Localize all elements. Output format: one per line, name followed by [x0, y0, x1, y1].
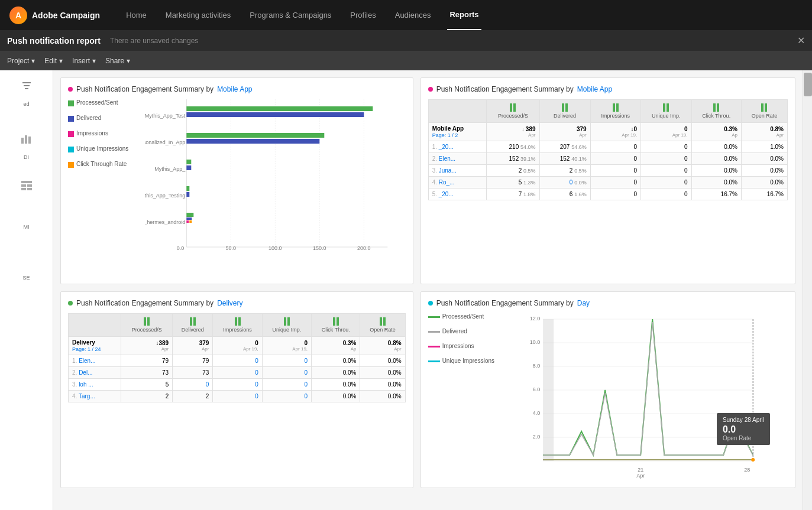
col-impressions: Impressions — [590, 100, 640, 123]
day-legend-impressions: Impressions — [428, 343, 505, 349]
svg-rect-3 — [21, 138, 24, 144]
delivery-page-nav[interactable]: Page: 1 / 24 — [72, 346, 101, 352]
panel1-title: Push Notification Engagement Summary by … — [68, 85, 406, 93]
legend-unique-imp: Unique Impressions — [68, 145, 140, 152]
nav-reports[interactable]: Reports — [447, 0, 481, 30]
svg-rect-35 — [186, 213, 193, 217]
close-button[interactable]: ✕ — [797, 35, 805, 46]
tooltip-value: 0.0 — [723, 424, 764, 435]
legend-color-processed — [68, 100, 74, 106]
tooltip-date: Sunday 28 April — [723, 417, 764, 423]
svg-text:Ro_Mythis_App_Testing: Ro_Mythis_App_Testing — [145, 193, 185, 199]
svg-text:4.0: 4.0 — [532, 410, 540, 416]
logo[interactable]: A Adobe Campaign — [9, 7, 100, 24]
svg-rect-27 — [186, 139, 319, 144]
svg-rect-1 — [24, 85, 30, 86]
svg-rect-8 — [27, 184, 32, 187]
svg-rect-23 — [186, 106, 373, 111]
toolbar-project[interactable]: Project ▾ — [7, 57, 35, 65]
total-delivered: 379 Apr — [539, 123, 590, 141]
svg-rect-36 — [186, 217, 192, 220]
col-unique: Unique Imp. — [641, 100, 691, 123]
svg-text:Apr: Apr — [636, 473, 645, 479]
svg-rect-10 — [27, 188, 32, 190]
svg-rect-7 — [21, 184, 26, 187]
svg-text:100.0: 100.0 — [268, 245, 282, 251]
mobile-app-table-body: 1. _20... 210 54.0% 207 54.6% 0 0 0.0% 1… — [428, 141, 787, 200]
svg-text:Mythis_App_: Mythis_App_ — [154, 166, 186, 172]
sub-header: Push notification report There are unsav… — [0, 30, 812, 51]
nav-audiences[interactable]: Audiences — [393, 0, 434, 30]
panel-delivery-table: Push Notification Engagement Summary by … — [60, 291, 413, 488]
mobile-app-table: Processed/S Delivered — [428, 99, 788, 200]
svg-rect-52 — [543, 319, 554, 461]
svg-text:28: 28 — [744, 467, 750, 473]
panel4-title: Push Notification Engagement Summary by … — [428, 299, 788, 307]
svg-rect-0 — [22, 82, 31, 83]
delivery-table: Processed/S Delivered — [68, 313, 406, 402]
line-chart-svg: 12.0 10.0 8.0 6.0 4.0 2.0 — [505, 313, 788, 479]
col-open: Open Rate — [741, 100, 787, 123]
svg-rect-24 — [186, 112, 364, 117]
day-legend-unique: Unique Impressions — [428, 358, 505, 364]
sidebar-chart-icon[interactable] — [16, 128, 37, 150]
sidebar-table-icon[interactable] — [16, 176, 37, 197]
col-processed: Processed/S — [487, 100, 539, 123]
toolbar-insert[interactable]: Insert ▾ — [72, 57, 96, 65]
nav-home[interactable]: Home — [124, 0, 149, 30]
svg-text:2.0: 2.0 — [532, 434, 540, 440]
svg-rect-37 — [186, 220, 189, 223]
bar-chart-area: 0.0 50.0 100.0 150.0 200.0 Mythis_App_Te… — [145, 99, 406, 277]
panel3-title: Push Notification Engagement Summary by … — [68, 299, 406, 307]
page-title: Push notification report — [7, 36, 101, 46]
total-impressions: ↓0 Apr 19, — [590, 123, 640, 141]
panels-row-1: Push Notification Engagement Summary by … — [60, 77, 795, 284]
table-row: 2. Elen... 152 39.1% 152 40.1% 0 0 0.0% … — [428, 153, 787, 165]
delivery-totals-row: Delivery Page: 1 / 24 ↓389 Apr 379 Apr — [69, 337, 406, 355]
svg-rect-32 — [186, 186, 189, 191]
nav-marketing[interactable]: Marketing activities — [163, 0, 234, 30]
sidebar-filter-label: ed — [23, 101, 29, 107]
col-mobile-app — [428, 100, 487, 123]
col-delivered: Delivered — [539, 100, 590, 123]
day-legend-delivered: Delivered — [428, 328, 505, 334]
line-chart-container: 12.0 10.0 8.0 6.0 4.0 2.0 — [505, 313, 788, 480]
svg-point-57 — [751, 458, 755, 462]
nav-profiles[interactable]: Profiles — [348, 0, 378, 30]
toolbar-edit[interactable]: Edit ▾ — [44, 57, 63, 65]
svg-text:200.0: 200.0 — [357, 245, 371, 251]
total-open: 0.8% Apr — [741, 123, 787, 141]
right-scrollbar[interactable] — [803, 70, 812, 510]
panel2-title-link[interactable]: Mobile App — [577, 85, 612, 93]
page-nav[interactable]: Page: 1 / 2 — [432, 132, 458, 138]
panel1-title-link[interactable]: Mobile App — [217, 85, 252, 93]
chevron-down-icon: ▾ — [127, 57, 130, 65]
chart-container-1: Processed/Sent Delivered Impressions — [68, 99, 406, 277]
legend-impressions: Impressions — [68, 130, 140, 137]
svg-text:50.0: 50.0 — [226, 245, 237, 251]
day-legend-processed: Processed/Sent — [428, 313, 505, 320]
panel2-dot — [428, 87, 433, 92]
panel2-title: Push Notification Engagement Summary by … — [428, 85, 788, 93]
panel3-title-link[interactable]: Delivery — [217, 299, 242, 307]
panel4-title-link[interactable]: Day — [577, 299, 590, 307]
chevron-down-icon: ▾ — [59, 57, 63, 65]
svg-rect-38 — [189, 220, 192, 223]
col-click: Click Throu. — [691, 100, 741, 123]
legend-color-unique — [68, 147, 74, 152]
panel1-dot — [68, 87, 73, 92]
table-row: 5. _20... 7 1.8% 6 1.6% 0 0 16.7% 16.7% — [428, 189, 787, 200]
svg-text:10.0: 10.0 — [529, 339, 540, 345]
legend-ctr: Click Through Rate — [68, 161, 140, 168]
nav-programs[interactable]: Programs & Campaigns — [247, 0, 334, 30]
content-area: Push Notification Engagement Summary by … — [53, 70, 803, 510]
chevron-down-icon: ▾ — [92, 57, 96, 65]
svg-rect-2 — [25, 88, 28, 89]
svg-text:8.0: 8.0 — [532, 363, 540, 369]
main-layout: ed DI MI SE Push Notification Engagement… — [0, 70, 812, 510]
table-row: 1. _20... 210 54.0% 207 54.6% 0 0 0.0% 1… — [428, 141, 787, 153]
sidebar-filter-icon[interactable] — [16, 75, 37, 96]
panel4-dot — [428, 301, 433, 306]
toolbar-share[interactable]: Share ▾ — [105, 57, 130, 65]
svg-rect-9 — [21, 188, 26, 190]
